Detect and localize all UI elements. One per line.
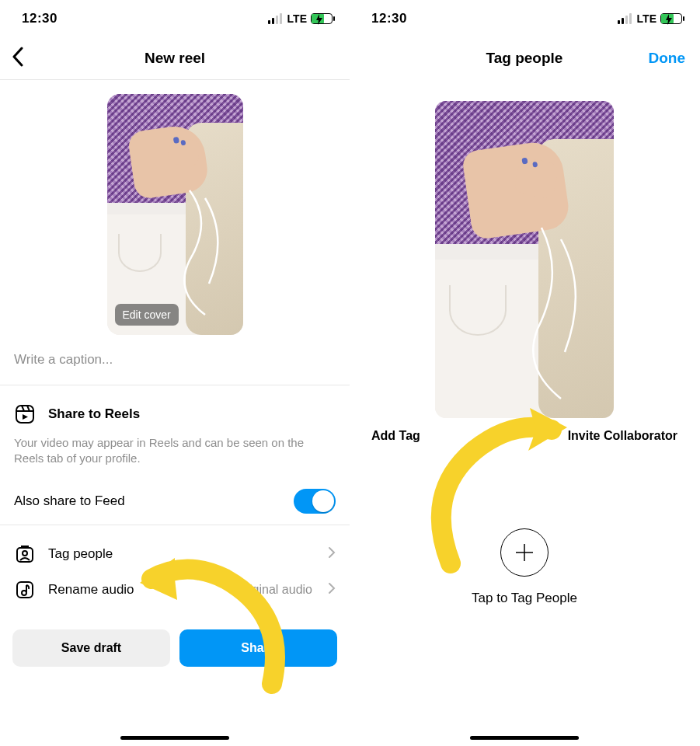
status-time: 12:30 [22,11,57,26]
also-share-feed-label: Also share to Feed [14,493,294,509]
signal-icon [618,13,632,24]
network-label: LTE [637,12,656,25]
edit-cover-button[interactable]: Edit cover [115,304,179,326]
share-to-reels-row: Share to Reels [14,396,336,432]
rename-audio-label: Rename audio [48,582,223,598]
reel-cover[interactable]: Edit cover [107,94,243,335]
reels-icon [14,404,36,424]
invite-collaborator-button[interactable]: Invite Collaborator [568,429,677,443]
tag-people-row[interactable]: Tag people [14,536,336,572]
chevron-right-icon [328,546,336,562]
caption-input[interactable]: Write a caption... [0,335,350,385]
audio-icon [14,580,36,600]
chevron-right-icon [328,582,336,598]
audio-value: Original audio [235,583,312,597]
signal-icon [268,13,282,24]
svg-point-2 [23,551,27,556]
share-to-reels-sub: Your video may appear in Reels and can b… [14,435,336,467]
person-tag-icon [14,544,36,564]
home-indicator[interactable] [470,736,579,740]
page-title: New reel [145,50,205,67]
share-to-reels-label: Share to Reels [48,406,336,422]
tag-people-label: Tag people [48,546,315,562]
save-draft-button[interactable]: Save draft [12,629,170,667]
back-button[interactable] [11,47,25,70]
rename-audio-row[interactable]: Rename audio Original audio [14,572,336,608]
also-share-feed-toggle[interactable] [294,489,336,514]
status-bar: 12:30 LTE [0,0,350,37]
battery-icon [311,13,333,24]
home-indicator[interactable] [120,736,229,740]
tap-to-tag-button[interactable] [500,528,549,577]
status-indicators: LTE [268,12,333,25]
svg-rect-0 [16,406,33,423]
nav-bar: New reel [0,37,350,79]
network-label: LTE [287,12,307,25]
done-button[interactable]: Done [649,50,686,67]
status-indicators: LTE [618,12,682,25]
nav-bar: Tag people Done [350,37,699,79]
tag-image-preview[interactable] [435,101,614,418]
status-bar: 12:30 LTE [350,0,699,37]
page-title: Tag people [486,50,563,67]
tap-to-tag-label: Tap to Tag People [472,591,577,606]
svg-point-4 [22,591,26,595]
status-time: 12:30 [371,11,407,26]
battery-icon [660,13,682,24]
add-tag-button[interactable]: Add Tag [371,429,420,443]
share-button[interactable]: Share [179,629,337,667]
